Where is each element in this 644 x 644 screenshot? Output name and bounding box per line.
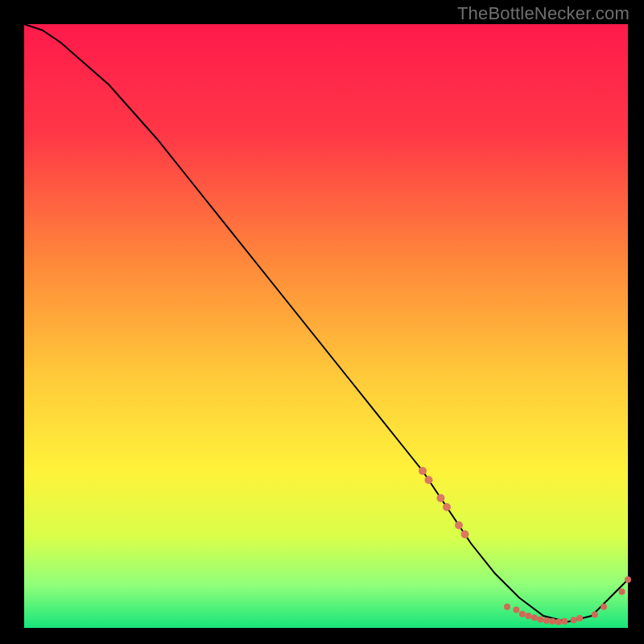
curve-marker <box>601 604 607 610</box>
curve-marker <box>625 576 631 583</box>
curve-marker <box>555 619 562 625</box>
curve-marker <box>443 503 451 511</box>
curve-marker <box>437 494 445 502</box>
curve-marker <box>519 611 526 617</box>
curve-marker <box>549 618 555 625</box>
curve-marker <box>592 612 598 618</box>
curve-marker <box>525 613 531 619</box>
bottleneck-chart: TheBottleNecker.com <box>0 0 644 644</box>
curve-marker <box>561 618 568 625</box>
curve-marker <box>504 604 510 610</box>
curve-marker <box>513 607 519 613</box>
curve-marker <box>419 467 427 475</box>
curve-marker <box>461 530 469 539</box>
curve-marker <box>531 614 538 621</box>
curve-marker <box>619 588 625 595</box>
chart-svg <box>0 0 644 644</box>
curve-marker <box>543 617 550 624</box>
curve-marker <box>455 522 463 530</box>
plot-background <box>24 24 628 628</box>
curve-marker <box>425 476 433 484</box>
curve-marker <box>571 617 577 623</box>
curve-marker <box>576 615 583 621</box>
watermark-text: TheBottleNecker.com <box>457 3 630 24</box>
curve-marker <box>537 617 543 623</box>
